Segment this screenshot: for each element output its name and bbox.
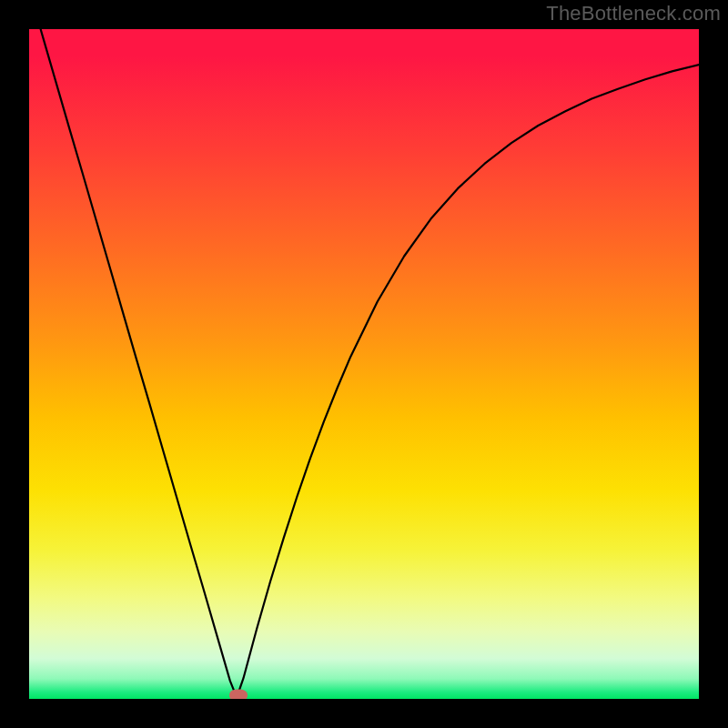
watermark-text: TheBottleneck.com xyxy=(546,2,721,25)
chart-container: TheBottleneck.com xyxy=(0,0,728,728)
minimum-marker xyxy=(229,690,248,699)
plot-area xyxy=(29,29,699,699)
bottleneck-curve xyxy=(29,29,699,698)
curve-overlay xyxy=(29,29,699,699)
